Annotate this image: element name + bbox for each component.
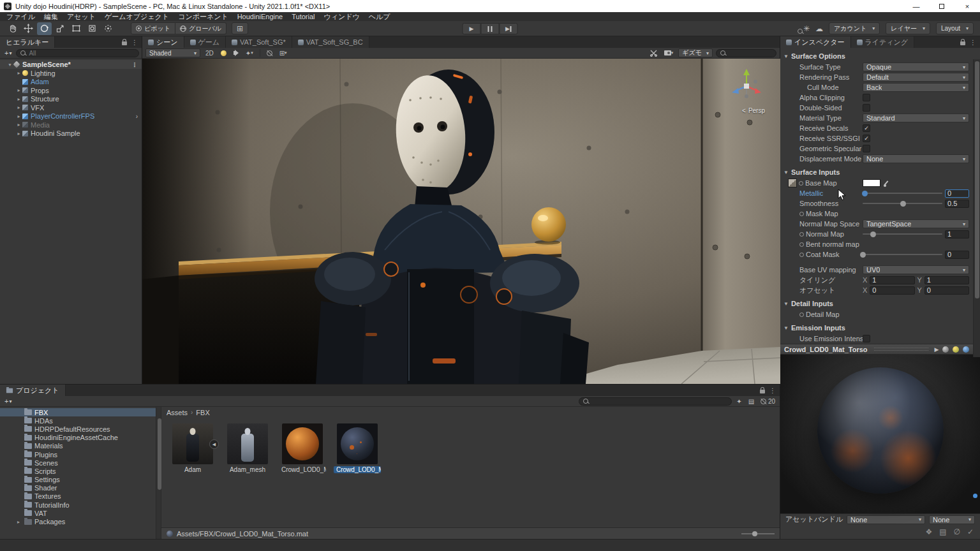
texture-slot-icon[interactable] <box>799 253 804 257</box>
global-toggle-button[interactable]: グローバル <box>175 22 226 34</box>
slider-thumb[interactable] <box>900 201 906 207</box>
hierarchy-item-playercontrollerfps[interactable]: ▸PlayerControllerFPS› <box>0 112 142 121</box>
tab-item-1[interactable]: ゲーム <box>184 36 226 48</box>
inspector-scrollbar[interactable] <box>973 59 980 357</box>
color-swatch[interactable] <box>863 179 880 187</box>
asset-bundle-dropdown[interactable]: None▾ <box>847 515 925 524</box>
dropdown-rendering-pass[interactable]: Default▾ <box>863 73 969 82</box>
preview-mesh-icon[interactable] <box>942 346 949 353</box>
maximize-button[interactable] <box>929 0 954 12</box>
checkbox-receive-decals[interactable]: ✓ <box>863 124 870 132</box>
menu-item-8[interactable]: ヘルプ <box>364 12 395 21</box>
hierarchy-item-media[interactable]: ▸Media <box>0 121 142 129</box>
tab-vat-soft-sg[interactable]: VAT_Soft_SG* <box>226 36 292 48</box>
tab-project[interactable]: プロジェクト <box>0 385 66 396</box>
play-button[interactable]: ▶ <box>463 23 481 34</box>
slider-metallic[interactable] <box>863 189 942 198</box>
expand-arrow-icon[interactable]: ▸ <box>15 70 22 76</box>
custom-tool-button[interactable] <box>101 22 115 35</box>
tab-hierarchy[interactable]: ヒエラルキー <box>0 36 55 48</box>
folder-plugins[interactable]: Plugins <box>0 450 156 459</box>
scrollbar-thumb[interactable] <box>975 61 979 298</box>
value-field-normal-map[interactable]: 1 <box>945 230 969 239</box>
tab-item-1[interactable]: ライティング <box>851 36 915 48</box>
lock-icon[interactable] <box>960 41 965 45</box>
folder-tutorialinfo[interactable]: TutorialInfo <box>0 501 156 509</box>
project-tree-scrollbar[interactable] <box>156 407 161 539</box>
transform-tool-button[interactable] <box>85 22 100 35</box>
asset-adam[interactable]: ◀Adam <box>169 423 216 473</box>
expand-arrow-icon[interactable]: ▸ <box>15 114 22 119</box>
create-object-button[interactable]: +▾ <box>3 49 13 57</box>
texture-slot-icon[interactable] <box>799 312 804 317</box>
asset-crowd-lod0-ma[interactable]: Crowd_LOD0_Ma... <box>334 423 381 473</box>
slider-thumb[interactable] <box>860 252 866 258</box>
activity-icon[interactable]: ✳ <box>803 25 810 33</box>
menu-item-1[interactable]: 編集 <box>40 12 63 21</box>
field-item-1-10-x[interactable]: 0 <box>870 286 914 295</box>
expand-arrow-icon[interactable]: ▸ <box>15 105 22 110</box>
section-header-emission-inputs[interactable]: ▼Emission Inputs <box>780 322 980 334</box>
scene-root-row[interactable]: ▼ SampleScene* ⋮ <box>0 60 142 69</box>
eyedropper-icon[interactable] <box>883 179 890 187</box>
panel-menu-icon[interactable]: ⋮ <box>970 39 976 46</box>
section-header-detail-inputs[interactable]: ▼Detail Inputs <box>780 298 980 309</box>
asset-bundle-variant-dropdown[interactable]: None▾ <box>929 515 975 524</box>
hand-tool-button[interactable] <box>5 22 20 35</box>
folder-shader[interactable]: Shader <box>0 484 156 492</box>
folder-packages[interactable]: ▸Packages <box>0 517 156 525</box>
search-by-label-icon[interactable]: ▤ <box>746 397 756 406</box>
asset-crowd-lod0-ma[interactable]: Crowd_LOD0_Ma... <box>279 423 326 473</box>
eye-off-icon[interactable]: ∅ <box>953 527 960 536</box>
check-icon[interactable]: ✓ <box>967 527 974 536</box>
slider-smoothness[interactable] <box>863 199 942 208</box>
menu-tutorial[interactable]: Tutorial <box>287 12 319 21</box>
field-item-1-9-x[interactable]: 1 <box>870 276 914 284</box>
folder-scenes[interactable]: Scenes <box>0 459 156 467</box>
menu-item-2[interactable]: アセット <box>63 12 100 21</box>
hierarchy-item-vfx[interactable]: ▸VFX <box>0 103 142 112</box>
tab-item-0[interactable]: シーン <box>142 36 184 48</box>
folder-fbx[interactable]: FBX <box>0 408 156 416</box>
lock-icon[interactable] <box>122 41 127 45</box>
hierarchy-search[interactable] <box>16 49 139 57</box>
scene-search[interactable] <box>716 49 776 57</box>
search-by-type-icon[interactable]: ✦ <box>734 397 743 406</box>
pivot-toggle-button[interactable]: ピボット <box>131 22 175 34</box>
checkbox-double-sided[interactable] <box>863 104 870 112</box>
collapse-arrow-icon[interactable]: ▼ <box>6 62 13 67</box>
move-tool-button[interactable] <box>21 22 36 35</box>
folder-hdrpdefaultresources[interactable]: HDRPDefaultResources <box>0 425 156 433</box>
lock-icon[interactable] <box>760 390 765 393</box>
step-button[interactable]: ▶ <box>500 23 518 34</box>
checkbox-geometric-specular[interactable] <box>863 145 870 152</box>
texture-thumbnail[interactable] <box>788 179 797 187</box>
thumbnail-size-slider[interactable] <box>741 530 775 538</box>
hierarchy-item-lighting[interactable]: ▸Lighting <box>0 69 142 78</box>
orientation-gizmo[interactable] <box>727 66 766 106</box>
hidden-objects-toggle[interactable] <box>265 48 274 57</box>
folder-scripts[interactable]: Scripts <box>0 467 156 475</box>
checkbox-alpha-clipping[interactable] <box>863 94 870 101</box>
material-preview-area[interactable] <box>780 355 980 513</box>
section-header-surface-options[interactable]: ▼Surface Options <box>780 50 980 62</box>
material-preview-header[interactable]: Crowd_LOD0_Mat_Torso ▶ ▾ <box>780 344 980 355</box>
breadcrumb-fbx[interactable]: FBX <box>196 409 209 416</box>
texture-slot-icon[interactable] <box>799 181 803 186</box>
folder-hdas[interactable]: HDAs <box>0 416 156 425</box>
shading-mode-dropdown[interactable]: Shaded▾ <box>145 48 200 57</box>
2d-toggle[interactable]: 2D <box>204 48 216 57</box>
minimize-button[interactable]: — <box>903 0 929 12</box>
folder-settings[interactable]: Settings <box>0 476 156 484</box>
asset-adam-mesh[interactable]: Adam_mesh <box>224 423 271 473</box>
slider-thumb[interactable] <box>870 231 876 237</box>
scene-audio-toggle[interactable] <box>232 48 241 57</box>
folder-materials[interactable]: Materials <box>0 442 156 450</box>
texture-slot-icon[interactable] <box>799 232 804 237</box>
rotate-tool-button[interactable] <box>37 22 52 35</box>
menu-item-4[interactable]: コンポーネント <box>174 12 233 21</box>
layers-dropdown[interactable]: レイヤー▾ <box>886 22 930 34</box>
effects-dropdown[interactable]: ✦▾ <box>244 48 255 57</box>
value-field-metallic[interactable]: 0 <box>945 189 969 198</box>
project-search[interactable] <box>579 397 732 406</box>
